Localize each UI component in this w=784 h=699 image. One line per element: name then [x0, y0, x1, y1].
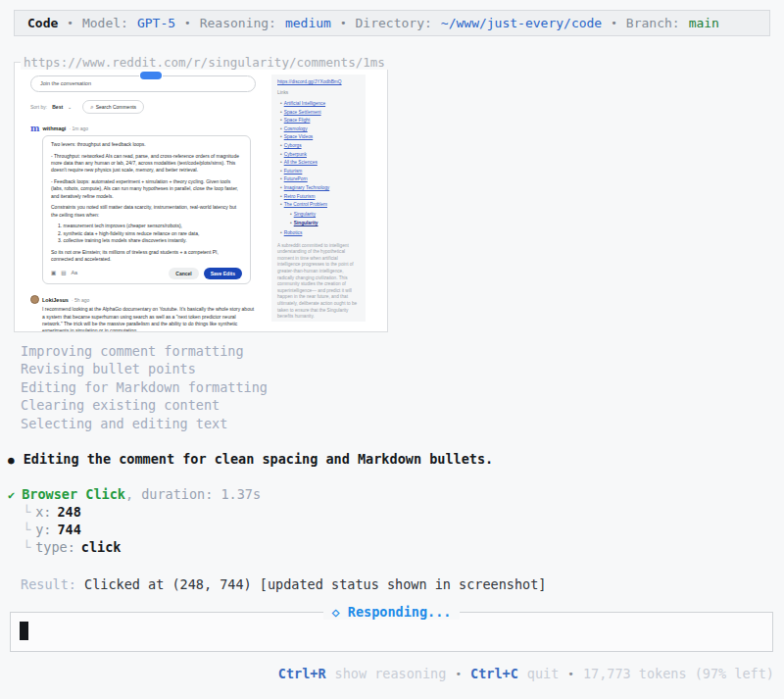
list-item: •Retro Futurism	[280, 194, 360, 199]
sidebar-link[interactable]: Cyberpunk	[284, 152, 307, 157]
comment-edit-box[interactable]: Two levers: throughput and feedback loop…	[42, 135, 251, 284]
cancel-button[interactable]: Cancel	[169, 268, 198, 279]
sort-row: Sort by: Best ⌄ ⌕ Search Comments	[30, 100, 262, 114]
responding-label: Responding...	[348, 604, 452, 620]
separator-dot-icon: •	[455, 668, 462, 680]
tool-param-row: └x:248	[23, 504, 81, 520]
discord-link[interactable]: https://discord.gg/JYXodbBmQ	[277, 79, 360, 84]
sidebar-link[interactable]: Artificial Intelligence	[284, 101, 325, 106]
save-edits-button[interactable]: Save Edits	[204, 268, 242, 279]
param-key: y:	[35, 522, 51, 537]
branch-value: main	[689, 16, 719, 30]
tool-param-row: └y:744	[23, 522, 81, 537]
links-heading: Links	[277, 90, 360, 95]
responding-status: ◇ Responding...	[323, 604, 461, 620]
sort-dropdown[interactable]: Best	[52, 104, 63, 110]
comment-author[interactable]: LokiJesus	[42, 297, 69, 303]
sidebar-link[interactable]: Space Videos	[284, 134, 314, 139]
comment-header: m withmagi · 1m ago	[30, 125, 262, 132]
token-counter: 17,773 tokens (97% left)	[583, 666, 774, 681]
list-item: •Cyberpunk	[280, 152, 360, 157]
sidebar-link[interactable]: All the Sciences	[284, 160, 318, 165]
separator-dot-icon: •	[611, 17, 617, 29]
bullet-icon: •	[280, 185, 282, 190]
search-comments-button[interactable]: ⌕ Search Comments	[82, 100, 144, 114]
editor-paragraph: - Throughput: networked AIs can read, pa…	[51, 153, 242, 175]
tool-param-row: └type:click	[23, 539, 121, 555]
text-format-icon[interactable]: Aa	[71, 270, 77, 277]
tree-elbow-icon: └	[23, 504, 30, 520]
gif-icon[interactable]: ▤	[61, 270, 66, 277]
status-line: Editing for Markdown formatting	[21, 378, 268, 396]
bullet-icon: •	[280, 126, 282, 131]
sidebar-link[interactable]: FuturePorn	[284, 176, 308, 181]
list-item: •The Control Problem	[280, 202, 360, 207]
bullet-icon: •	[290, 221, 292, 225]
sidebar-link[interactable]: Cyborgs	[284, 143, 302, 148]
comment-author[interactable]: withmagi	[43, 125, 67, 131]
sidebar-link[interactable]: The Control Problem	[284, 202, 327, 207]
sidebar-link[interactable]: Space Flight	[284, 118, 311, 123]
result-label: Result:	[21, 576, 76, 592]
sidebar-link[interactable]: Cosmology	[284, 126, 308, 131]
subreddit-description: A subreddit committed to intelligent und…	[277, 243, 360, 321]
status-line: Clearing existing content	[21, 396, 268, 414]
assistant-message: ● Editing the comment for clean spacing …	[8, 451, 493, 467]
list-item: 2. synthetic data + high-fidelity sims r…	[58, 230, 242, 237]
branch-label: Branch:	[626, 16, 680, 30]
separator-dot-icon: •	[567, 668, 574, 680]
bullet-icon: •	[280, 230, 282, 235]
sidebar-links-list: •Artificial Intelligence •Space Settleme…	[277, 101, 360, 207]
app-title: Code	[27, 16, 58, 30]
sort-label: Sort by:	[30, 104, 47, 110]
separator-dot-icon: •	[340, 17, 347, 29]
bullet-icon: •	[280, 160, 282, 165]
comment-text: I recommend looking at the AlphaGo docum…	[42, 306, 256, 331]
input-box[interactable]: ◇ Responding...	[10, 612, 773, 652]
bullet-icon: •	[280, 194, 282, 199]
param-value: 744	[57, 522, 80, 537]
bullet-icon: •	[280, 101, 282, 106]
param-value: 248	[57, 504, 80, 520]
param-key: type:	[35, 539, 75, 555]
directory-value: ~/www/just-every/code	[441, 16, 602, 30]
list-item: •Space Videos	[280, 134, 360, 139]
bullet-icon: •	[280, 176, 282, 181]
bullet-icon: •	[280, 169, 282, 174]
param-value: click	[81, 539, 122, 555]
sidebar-link[interactable]: Futurism	[284, 169, 303, 174]
list-item: •Space Flight	[280, 118, 360, 123]
sidebar-link[interactable]: Singularity	[294, 212, 316, 217]
reddit-page-screenshot: Join the conversation Sort by: Best ⌄ ⌕ …	[15, 63, 387, 331]
bullet-icon: •	[290, 212, 292, 217]
subreddit-sidebar: https://discord.gg/JYXodbBmQ Links •Arti…	[271, 75, 366, 322]
status-line: Improving comment formatting	[21, 342, 268, 360]
sidebar-link[interactable]: Imaginary Technology	[284, 185, 330, 190]
reasoning-value: medium	[285, 16, 331, 30]
status-header-bar: Code • Model: GPT-5 • Reasoning: medium …	[14, 10, 770, 36]
sidebar-link[interactable]: Retro Futurism	[284, 194, 316, 199]
image-icon[interactable]: ▣	[51, 270, 56, 277]
list-item: •Cyborgs	[280, 143, 360, 148]
tool-call-duration: , duration: 1.37s	[125, 486, 261, 502]
browser-screenshot-panel: https://www.reddit.com/r/singularity/com…	[14, 62, 388, 332]
bullet-icon: •	[280, 110, 282, 115]
list-item: 3. collective training lets models share…	[58, 237, 242, 244]
sidebar-link[interactable]: Space Settlement	[284, 110, 321, 115]
list-item: •All the Sciences	[280, 160, 360, 165]
editor-paragraph: - Feedback loops: automated experiment +…	[51, 178, 242, 200]
status-line: Selecting and editing text	[21, 415, 268, 432]
shortcut-key[interactable]: Ctrl+C	[470, 666, 518, 681]
status-line: Revising bullet points	[21, 360, 268, 377]
bullet-icon: •	[280, 202, 282, 207]
shortcut-key[interactable]: Ctrl+R	[278, 666, 326, 681]
sidebar-link[interactable]: Singularity	[294, 221, 318, 225]
tree-elbow-icon: └	[23, 522, 30, 537]
list-item: • Robotics	[280, 230, 360, 235]
sidebar-link[interactable]: Robotics	[284, 230, 303, 235]
tool-call-name: Browser Click	[22, 486, 125, 502]
list-item: •Singularity	[290, 212, 360, 217]
assistant-message-text: Editing the comment for clean spacing an…	[24, 451, 494, 467]
blue-cursor-badge	[140, 72, 162, 79]
param-key: x:	[35, 504, 51, 520]
